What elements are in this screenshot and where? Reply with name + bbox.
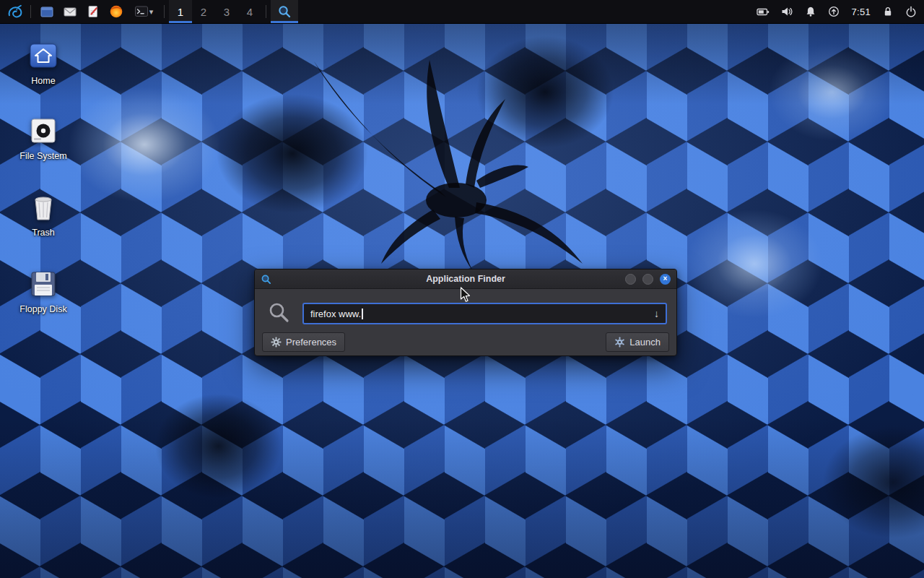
preferences-button-label: Preferences <box>286 337 336 348</box>
minimize-button[interactable] <box>625 274 636 285</box>
home-icon <box>28 40 58 71</box>
terminal-launcher[interactable]: ▾ <box>128 0 160 23</box>
titlebar[interactable]: Application Finder × <box>255 269 676 289</box>
window-controls: × <box>625 269 671 288</box>
panel-tray: 7:51 <box>757 0 924 23</box>
launch-icon <box>614 337 625 348</box>
mail-icon <box>63 4 77 19</box>
kali-menu-button[interactable] <box>3 0 26 23</box>
text-caret <box>362 309 363 319</box>
mail-launcher[interactable] <box>58 0 82 23</box>
bell-icon <box>805 6 816 17</box>
close-button[interactable]: × <box>660 274 671 285</box>
workspace-2-label: 2 <box>201 6 206 18</box>
desktop-icon-label: Floppy Disk <box>9 304 78 314</box>
panel-separator <box>266 5 266 18</box>
panel-separator <box>164 5 165 18</box>
workspace-1-label: 1 <box>178 6 183 18</box>
notifications-tray-button[interactable] <box>805 6 816 17</box>
floppy-disk-icon <box>28 269 58 299</box>
workspace-3-label: 3 <box>224 6 230 18</box>
workspace-3[interactable]: 3 <box>215 0 238 23</box>
search-input-value: firefox www. <box>310 309 361 319</box>
maximize-button[interactable] <box>642 274 653 285</box>
dropdown-arrow-icon[interactable]: ↓ <box>654 308 659 319</box>
launch-button-label: Launch <box>629 337 661 348</box>
panel-clock[interactable]: 7:51 <box>851 7 871 17</box>
gear-icon <box>271 337 282 348</box>
logout-button[interactable] <box>905 6 917 17</box>
window-icon <box>261 274 271 285</box>
application-finder-icon <box>277 4 292 19</box>
taskbar-application-finder-button[interactable] <box>271 0 298 23</box>
preferences-button[interactable]: Preferences <box>262 332 345 352</box>
desktop-icon-label: File System <box>9 151 78 161</box>
desktop-icon-label: Trash <box>9 228 78 238</box>
volume-tray-button[interactable] <box>781 6 793 17</box>
workspace-4[interactable]: 4 <box>238 0 261 23</box>
top-panel: ▾ 1 2 3 4 <box>0 0 924 24</box>
desktop-icon-trash[interactable]: Trash <box>9 192 78 238</box>
close-icon: × <box>663 275 668 282</box>
battery-tray-button[interactable] <box>757 6 770 18</box>
text-editor-icon <box>86 4 100 19</box>
battery-icon <box>757 6 770 18</box>
workspace-4-label: 4 <box>247 6 253 18</box>
window-title: Application Finder <box>255 274 676 284</box>
panel-separator <box>30 5 31 18</box>
application-finder-window: Application Finder × firefox www. ↓ <box>254 269 677 356</box>
terminal-icon <box>134 4 149 19</box>
panel-left-group: ▾ 1 2 3 4 <box>0 0 298 23</box>
firefox-icon <box>109 4 123 19</box>
lock-screen-button[interactable] <box>882 6 894 17</box>
dialog-button-row: Preferences Launch <box>262 332 669 352</box>
firefox-launcher[interactable] <box>105 0 128 23</box>
file-system-icon <box>28 116 58 146</box>
text-editor-launcher[interactable] <box>82 0 105 23</box>
file-manager-launcher[interactable] <box>35 0 58 23</box>
volume-icon <box>781 6 793 17</box>
chevron-down-icon: ▾ <box>149 8 154 16</box>
updates-tray-button[interactable] <box>828 6 840 17</box>
trash-icon <box>28 192 58 223</box>
update-arrow-icon <box>828 6 840 17</box>
launch-button[interactable]: Launch <box>606 332 669 352</box>
desktop-icon-label: Home <box>9 76 78 86</box>
lock-icon <box>882 6 894 17</box>
search-input[interactable]: firefox www. ↓ <box>302 303 667 324</box>
search-icon <box>267 301 290 324</box>
workspace-1[interactable]: 1 <box>169 0 192 23</box>
desktop-screen: ▾ 1 2 3 4 <box>0 0 924 578</box>
power-icon <box>905 6 917 17</box>
kali-logo-icon <box>6 4 23 19</box>
desktop-icon-floppy-disk[interactable]: Floppy Disk <box>9 269 78 314</box>
desktop-icon-file-system[interactable]: File System <box>9 116 78 161</box>
desktop-icon-home[interactable]: Home <box>9 40 78 86</box>
workspace-2[interactable]: 2 <box>192 0 215 23</box>
file-manager-icon <box>40 4 54 19</box>
